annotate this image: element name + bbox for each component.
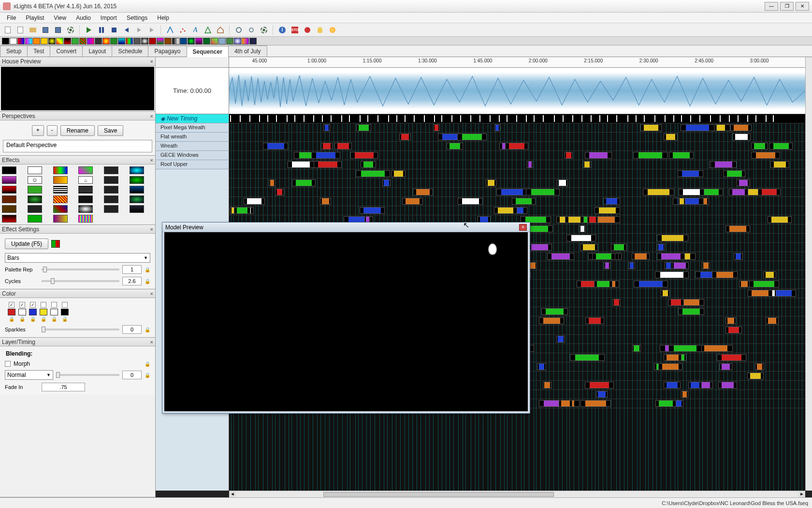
effect-clip[interactable] xyxy=(537,363,546,370)
effect-clip[interactable] xyxy=(768,216,792,223)
menu-playlist[interactable]: Playlist xyxy=(21,14,49,22)
effect-clip[interactable] xyxy=(594,207,620,214)
effect-clip[interactable] xyxy=(678,198,685,205)
effect-clip[interactable] xyxy=(632,253,650,260)
effect-cell[interactable] xyxy=(28,166,42,174)
effect-clip[interactable] xyxy=(769,143,792,149)
effect-clip[interactable] xyxy=(557,179,567,186)
effect-clip[interactable] xyxy=(314,161,342,168)
effect-clip[interactable] xyxy=(747,373,764,379)
tab-layout[interactable]: Layout xyxy=(82,45,112,57)
effect-clip[interactable] xyxy=(673,198,704,205)
swatch-icon[interactable] xyxy=(48,38,56,45)
color-swatch[interactable] xyxy=(50,309,58,315)
effect-clip[interactable] xyxy=(288,161,314,168)
model-preview-close-button[interactable]: × xyxy=(519,224,527,231)
effect-clip[interactable] xyxy=(758,189,781,195)
effect-clip[interactable] xyxy=(671,262,689,269)
effect-cell[interactable]: ⌂ xyxy=(78,176,93,184)
lock-icon[interactable]: 🔒 xyxy=(145,373,150,378)
effect-clip[interactable] xyxy=(730,124,752,131)
perspective-rename-button[interactable]: Rename xyxy=(60,125,95,136)
swatch-icon[interactable] xyxy=(157,38,164,45)
effect-clip[interactable] xyxy=(320,198,331,205)
effect-clip[interactable] xyxy=(494,124,501,131)
effect-clip[interactable] xyxy=(724,170,745,177)
effect-clip[interactable] xyxy=(766,317,779,324)
lock-icon[interactable]: 🔒 xyxy=(145,267,150,272)
tab-convert[interactable]: Convert xyxy=(50,45,83,57)
color-checkbox[interactable] xyxy=(41,302,46,308)
effect-clip[interactable] xyxy=(413,189,433,195)
effect-clip[interactable] xyxy=(580,400,611,407)
effect-clip[interactable] xyxy=(664,354,682,361)
swatch-icon[interactable] xyxy=(41,38,48,45)
effect-clip[interactable] xyxy=(603,198,620,205)
effect-clip[interactable] xyxy=(547,253,574,260)
tab-setup[interactable]: Setup xyxy=(0,45,28,57)
effect-clip[interactable] xyxy=(311,152,340,159)
effect-clip[interactable] xyxy=(275,189,284,195)
effect-cell[interactable] xyxy=(130,166,144,174)
effect-cell[interactable] xyxy=(130,186,144,194)
swatch-icon[interactable] xyxy=(87,38,94,45)
effect-clip[interactable] xyxy=(739,281,750,287)
effect-cell[interactable] xyxy=(53,176,68,184)
effect-clip[interactable] xyxy=(527,161,534,168)
effect-cell[interactable] xyxy=(2,186,16,194)
swatch-icon[interactable] xyxy=(180,38,187,45)
lock-icon[interactable]: 🔒 xyxy=(145,361,150,367)
effect-cell[interactable] xyxy=(53,186,68,194)
effect-cell[interactable] xyxy=(104,186,118,194)
color-checkbox[interactable]: ✓ xyxy=(9,302,14,308)
effect-clip[interactable] xyxy=(668,299,684,306)
effect-clip[interactable] xyxy=(679,189,705,195)
track-row[interactable]: Roof Upper xyxy=(156,160,229,169)
effect-clip[interactable] xyxy=(725,317,737,324)
effect-clip[interactable] xyxy=(688,382,702,388)
effect-clip[interactable] xyxy=(751,143,768,149)
zoomout-button[interactable] xyxy=(246,25,257,35)
effect-clip[interactable] xyxy=(592,253,615,260)
effect-clip[interactable] xyxy=(770,161,789,168)
effect-clip[interactable] xyxy=(634,281,667,287)
swatch-icon[interactable] xyxy=(188,38,195,45)
effects-button[interactable] xyxy=(327,25,338,35)
lock-icon[interactable]: 🔒 xyxy=(41,316,46,322)
new-button[interactable] xyxy=(14,25,26,35)
effect-clip[interactable] xyxy=(729,189,748,195)
effect-clip[interactable] xyxy=(681,391,688,398)
lock-icon[interactable]: 🔒 xyxy=(145,327,150,332)
effect-clip[interactable] xyxy=(559,400,572,407)
tab-4th-of-july[interactable]: 4th of July xyxy=(228,45,267,57)
model-preview-window[interactable]: Model Preview × xyxy=(162,222,530,414)
menu-view[interactable]: View xyxy=(49,14,71,22)
effect-clip[interactable] xyxy=(541,308,568,315)
effect-cell[interactable] xyxy=(53,195,68,203)
record-button[interactable] xyxy=(302,25,313,35)
effect-clip[interactable] xyxy=(611,244,627,251)
effect-clip[interactable] xyxy=(556,336,565,343)
lock-icon[interactable]: 🔒 xyxy=(30,316,36,322)
effect-cell[interactable] xyxy=(53,215,68,223)
cycles-input[interactable] xyxy=(122,277,142,285)
effect-clip[interactable] xyxy=(699,345,733,352)
effect-clip[interactable] xyxy=(382,179,391,186)
effect-clip[interactable] xyxy=(612,299,621,306)
effect-clip[interactable] xyxy=(457,134,487,140)
effect-clip[interactable] xyxy=(527,244,552,251)
effect-clip[interactable] xyxy=(350,152,378,159)
pause-button[interactable] xyxy=(96,25,107,35)
menu-audio[interactable]: Audio xyxy=(71,14,96,22)
effect-clip[interactable] xyxy=(763,271,776,278)
grid-row[interactable] xyxy=(229,142,805,151)
close-icon[interactable]: × xyxy=(150,291,153,297)
timeline-ruler[interactable]: 45.0001:00.0001:15.0001:30.0001:45.0002:… xyxy=(229,57,805,67)
effect-clip[interactable] xyxy=(234,207,250,214)
scroll-thumb[interactable] xyxy=(323,492,554,497)
effect-clip[interactable] xyxy=(678,308,704,315)
effect-clip[interactable] xyxy=(669,152,694,159)
effect-cell[interactable] xyxy=(28,186,42,194)
effect-clip[interactable] xyxy=(566,235,596,241)
effect-cell[interactable] xyxy=(104,166,118,174)
